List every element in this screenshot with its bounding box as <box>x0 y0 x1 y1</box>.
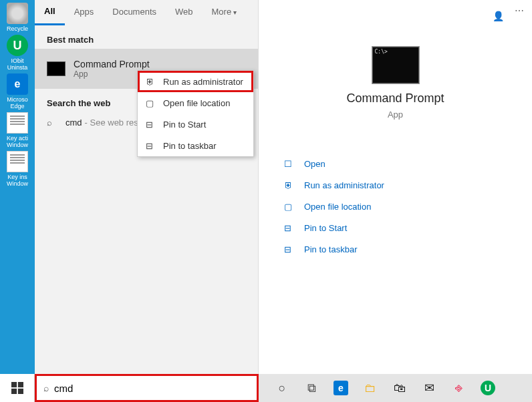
folder-icon: ▢ <box>146 98 158 108</box>
start-button[interactable] <box>0 374 35 402</box>
best-match-label: Best match <box>35 25 258 49</box>
svg-rect-0 <box>11 382 17 387</box>
taskbar-edge-icon[interactable]: e <box>334 381 348 395</box>
desktop-icon-doc1[interactable]: Key acti Window <box>3 112 32 148</box>
tab-web[interactable]: Web <box>166 0 203 25</box>
detail-subtitle: App <box>259 110 532 120</box>
tab-all[interactable]: All <box>35 0 65 25</box>
mail-icon[interactable]: ✉ <box>422 381 436 395</box>
windows-logo-icon <box>11 382 23 394</box>
action-pin-taskbar[interactable]: ⊟ Pin to taskbar <box>259 238 532 260</box>
taskbar: ⌕ ○ ⧉ e 🗀 🛍 ✉ ⎆ U <box>0 374 532 402</box>
desktop-strip: Recycle U IObit Uninsta e Microso Edge K… <box>0 0 35 374</box>
search-input[interactable] <box>54 383 250 394</box>
pin-icon: ⊟ <box>146 120 158 130</box>
taskbar-iobit-icon[interactable]: U <box>481 381 495 395</box>
web-result-hint: - See web resul <box>85 118 145 128</box>
search-icon: ⌕ <box>47 118 57 128</box>
cortana-icon[interactable]: ○ <box>275 381 289 395</box>
user-icon[interactable]: 👤 <box>485 4 512 28</box>
file-explorer-icon[interactable]: 🗀 <box>363 381 378 395</box>
taskbar-search[interactable]: ⌕ <box>35 374 259 402</box>
search-icon: ⌕ <box>43 383 49 393</box>
taskbar-tray: ○ ⧉ e 🗀 🛍 ✉ ⎆ U <box>259 374 532 402</box>
edge-icon: e <box>7 73 28 95</box>
document-icon <box>7 151 28 172</box>
more-options-icon[interactable]: ⋯ <box>515 5 525 16</box>
desktop-icon-edge[interactable]: e Microso Edge <box>3 73 32 110</box>
search-tabs: All Apps Documents Web More <box>35 0 258 25</box>
open-icon: ☐ <box>284 159 299 169</box>
tab-more[interactable]: More <box>203 0 246 25</box>
folder-icon: ▢ <box>284 202 299 212</box>
web-result-query: cmd <box>65 118 82 128</box>
action-open[interactable]: ☐ Open <box>259 153 532 174</box>
app-preview-icon <box>372 47 419 83</box>
context-pin-taskbar[interactable]: ⊟ Pin to taskbar <box>138 135 253 156</box>
desktop-icon-iobit[interactable]: U IObit Uninsta <box>3 35 32 71</box>
task-view-icon[interactable]: ⧉ <box>304 381 319 395</box>
pin-taskbar-icon: ⊟ <box>284 244 299 254</box>
action-run-admin[interactable]: ⛨ Run as administrator <box>259 174 532 196</box>
start-search-panel: All Apps Documents Web More Best match C… <box>35 0 259 374</box>
detail-title: Command Prompt <box>259 91 532 106</box>
detail-actions: ☐ Open ⛨ Run as administrator ▢ Open fil… <box>259 153 532 260</box>
cmd-icon <box>47 61 65 76</box>
context-menu: ⛨ Run as administrator ▢ Open file locat… <box>137 70 254 157</box>
detail-panel: 👤 ⋯ Command Prompt App ☐ Open ⛨ Run as a… <box>259 0 532 374</box>
document-icon <box>7 112 28 134</box>
context-open-location[interactable]: ▢ Open file location <box>138 92 253 114</box>
office-icon[interactable]: ⎆ <box>451 381 466 395</box>
desktop-icon-recycle[interactable]: Recycle <box>3 3 32 32</box>
iobit-icon: U <box>7 35 28 56</box>
desktop-icon-doc2[interactable]: Key ins Window <box>3 151 32 187</box>
pin-icon: ⊟ <box>284 223 299 233</box>
pin-taskbar-icon: ⊟ <box>146 141 158 151</box>
shield-icon: ⛨ <box>146 77 158 87</box>
store-icon[interactable]: 🛍 <box>392 381 407 395</box>
svg-rect-2 <box>11 389 17 394</box>
action-pin-start[interactable]: ⊟ Pin to Start <box>259 217 532 238</box>
tab-apps[interactable]: Apps <box>65 0 104 25</box>
context-pin-start[interactable]: ⊟ Pin to Start <box>138 114 253 135</box>
recycle-bin-icon <box>7 3 28 24</box>
action-open-location[interactable]: ▢ Open file location <box>259 196 532 217</box>
shield-icon: ⛨ <box>284 180 299 190</box>
tab-documents[interactable]: Documents <box>103 0 166 25</box>
svg-rect-1 <box>17 382 23 387</box>
best-match-title: Command Prompt <box>74 59 150 69</box>
context-run-admin[interactable]: ⛨ Run as administrator <box>138 71 253 92</box>
svg-rect-3 <box>17 389 23 394</box>
